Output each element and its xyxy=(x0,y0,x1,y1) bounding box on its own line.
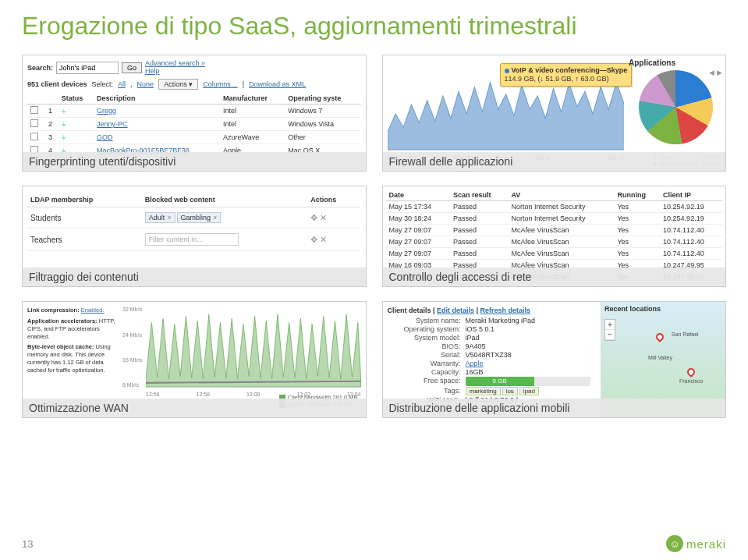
delete-icon[interactable]: ✕ xyxy=(320,235,327,244)
search-input[interactable] xyxy=(56,62,119,74)
search-label: Search: xyxy=(27,64,53,72)
chart-tooltip: VoIP & video conferencing—Skype 114.9 GB… xyxy=(500,63,633,87)
map-city-label: San Rafael xyxy=(672,331,699,337)
map-title: Recent locations xyxy=(601,302,725,316)
wifi-icon: ⏚ xyxy=(62,133,66,141)
checkbox[interactable] xyxy=(30,106,38,114)
logo-bubble-icon: ☺ xyxy=(666,535,683,552)
advanced-search-link[interactable]: Advanced search » xyxy=(145,59,205,67)
table-header: Running xyxy=(614,190,660,201)
move-icon[interactable]: ✥ xyxy=(310,235,317,244)
map-pin-icon[interactable] xyxy=(654,331,665,342)
table-header: Actions xyxy=(307,193,360,207)
map-city-label: Francisco xyxy=(679,378,703,384)
detail-row: System model:iPad xyxy=(388,334,597,342)
axis-tick: 12:56 xyxy=(146,392,160,397)
applications-pie-chart xyxy=(639,70,713,144)
panel-caption: Filtraggio dei contenuti xyxy=(23,268,366,286)
table-header: Scan result xyxy=(450,190,509,201)
refresh-details-link[interactable]: Refresh details xyxy=(480,307,531,314)
detail-row: Operating system:iOS 5.0.1 xyxy=(388,325,597,333)
bandwidth-chart xyxy=(146,307,361,388)
panel-access-control: DateScan resultAVRunningClient IP May 15… xyxy=(382,186,727,287)
checkbox[interactable] xyxy=(30,119,38,127)
panel-caption: Controllo degli accessi di rete xyxy=(383,268,726,286)
table-row[interactable]: 3⏚GODAzureWaveOther xyxy=(27,131,361,144)
device-link[interactable]: Gregg xyxy=(97,107,116,115)
table-header: Status xyxy=(58,93,94,105)
device-link[interactable]: GOD xyxy=(97,133,113,141)
map-pin-icon[interactable] xyxy=(686,367,697,377)
byte-cache-label: Byte-level object cache: xyxy=(27,343,94,350)
table-header: Date xyxy=(386,190,450,201)
tooltip-line2: 114.9 GB, (↓ 51.9 GB, ↑ 63.0 GB) xyxy=(505,75,609,83)
logo-text: meraki xyxy=(686,537,726,551)
table-header: Manufacturer xyxy=(220,93,285,105)
device-link[interactable]: Jenny-PC xyxy=(97,120,128,128)
checkbox[interactable] xyxy=(30,133,38,140)
panel-caption: Firewall delle applicazioni xyxy=(383,152,726,171)
table-row[interactable]: 1⏚GreggIntelWindows 7 xyxy=(27,105,361,118)
help-link[interactable]: Help xyxy=(145,67,160,75)
actions-dropdown[interactable]: Actions ▾ xyxy=(158,79,198,90)
go-button[interactable]: Go xyxy=(122,62,142,73)
slide-title: Erogazione di tipo SaaS, aggiornamenti t… xyxy=(22,11,726,41)
app-accelerators-label: Application accelerators: xyxy=(27,317,97,324)
tooltip-line1: VoIP & video conferencing—Skype xyxy=(512,66,628,74)
select-none-link[interactable]: None xyxy=(137,80,154,88)
table-row: May 30 18:24PassedNorton Internet Securi… xyxy=(386,213,723,225)
wifi-icon: ⏚ xyxy=(62,120,66,128)
panel-wan-optimization: Link compression: Enabled. Application a… xyxy=(22,301,367,418)
table-row[interactable]: 2⏚Jenny-PCIntelWindows Vista xyxy=(27,118,361,131)
client-tag[interactable]: marketing xyxy=(466,387,501,395)
free-space-label: Free space: xyxy=(388,377,466,386)
download-xml-link[interactable]: Download as XML xyxy=(249,80,306,88)
client-tag[interactable]: ipad xyxy=(519,387,539,395)
panel-caption: Distribuzione delle applicazioni mobili xyxy=(383,399,726,417)
meraki-logo: ☺ meraki xyxy=(666,535,726,552)
devices-table: StatusDescriptionManufacturerOperating s… xyxy=(27,93,361,158)
panel-firewall: VoIP & video conferencing—Skype 114.9 GB… xyxy=(382,55,727,172)
tags-label: Tags: xyxy=(388,387,466,395)
link-compression-value[interactable]: Enabled. xyxy=(81,307,105,314)
pie-nav-icon[interactable]: ◀ ▶ xyxy=(709,69,722,76)
client-details-header: Client details xyxy=(388,307,431,314)
table-header xyxy=(45,93,58,105)
slide-footer: 13 ☺ meraki xyxy=(22,535,726,552)
filter-tag[interactable]: Adult× xyxy=(145,212,175,223)
select-all-link[interactable]: All xyxy=(118,80,126,88)
remove-tag-icon[interactable]: × xyxy=(213,214,217,222)
edit-details-link[interactable]: Edit details xyxy=(437,307,474,314)
table-row: May 27 09:07PassedMcAfee VirusScanYes10.… xyxy=(386,248,723,260)
axis-tick: 32 Mb/s xyxy=(122,307,144,312)
page-number: 13 xyxy=(22,538,33,550)
panel-caption: Ottimizzazione WAN xyxy=(23,399,366,417)
filter-tag[interactable]: Gambling× xyxy=(177,212,222,223)
client-tag[interactable]: ios xyxy=(502,387,518,395)
panel-fingerprinting: Search: Go Advanced search » Help 951 cl… xyxy=(22,55,367,172)
table-header: Blocked web content xyxy=(142,193,308,207)
panel-caption: Fingerprinting utenti/dispositivi xyxy=(23,152,366,171)
columns-link[interactable]: Columns… xyxy=(203,80,238,88)
move-icon[interactable]: ✥ xyxy=(310,213,317,222)
link-compression-label: Link compression: xyxy=(27,307,80,314)
table-row: TeachersFilter content in…✥ ✕ xyxy=(27,229,361,251)
delete-icon[interactable]: ✕ xyxy=(320,213,327,222)
table-row: May 27 09:07PassedMcAfee VirusScanYes10.… xyxy=(386,225,723,236)
table-row: May 27 09:07PassedMcAfee VirusScanYes10.… xyxy=(386,236,723,248)
filter-input[interactable]: Filter content in… xyxy=(145,233,239,246)
wifi-icon: ⏚ xyxy=(62,107,66,115)
table-header: Operating syste xyxy=(285,93,360,105)
tooltip-dot-icon xyxy=(505,69,509,73)
remove-tag-icon[interactable]: × xyxy=(167,214,171,222)
detail-link[interactable]: Apple xyxy=(466,360,484,367)
detail-row: System name:Meraki Marketing iPad xyxy=(388,317,597,324)
axis-tick: 13:00 xyxy=(246,392,261,397)
table-header: AV xyxy=(509,190,615,201)
table-header: LDAP membership xyxy=(27,193,142,207)
applications-title: Applications xyxy=(629,58,722,67)
table-header: Description xyxy=(94,93,220,105)
select-label: Select: xyxy=(92,80,114,88)
axis-tick: 8 Mb/s xyxy=(122,382,144,388)
map-zoom-controls[interactable]: ＋− xyxy=(604,319,615,341)
